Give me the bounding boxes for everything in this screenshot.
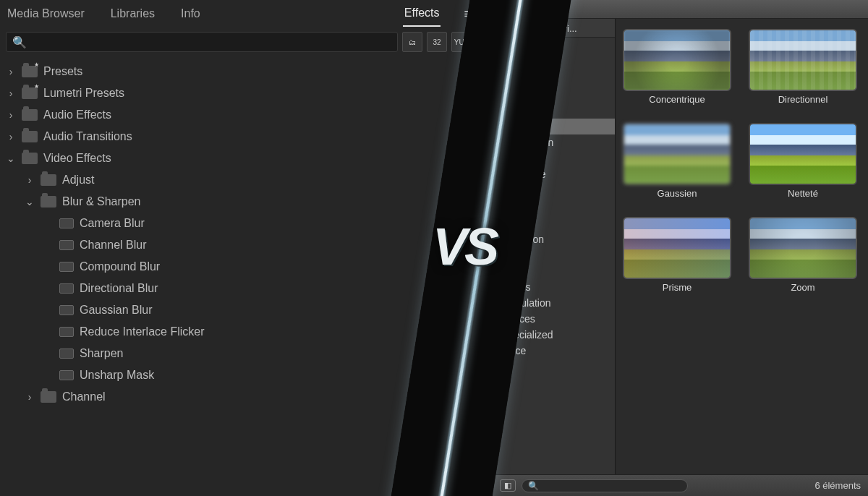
tree-item-channel-blur[interactable]: Channel Blur — [0, 234, 477, 256]
audio-category-distortion[interactable]: Distortion — [493, 231, 615, 247]
tree-item-directional-blur[interactable]: Directional Blur — [0, 278, 477, 299]
effect-thumb-concentrique[interactable]: Concentrique — [623, 29, 731, 113]
video-heading: VIDÉO — [493, 38, 615, 55]
thumb-label: Netteté — [788, 188, 818, 199]
tree-item-label: Presets — [43, 65, 82, 78]
chevron-right-icon[interactable]: › — [25, 174, 35, 186]
footer-count: 6 éléments — [814, 480, 861, 491]
audio-category-voice[interactable]: Voice — [493, 343, 615, 359]
new-bin-icon[interactable]: 🗂 — [402, 32, 422, 52]
audio-category-all[interactable]: All — [493, 215, 615, 231]
thumb-label: Zoom — [791, 282, 814, 293]
audio-category-modulation[interactable]: Modulation — [493, 295, 615, 311]
tab-effects[interactable]: Effects — [403, 1, 441, 27]
video-category-flou[interactable]: Flou — [493, 119, 615, 134]
tree-item-label: Sharpen — [80, 347, 124, 360]
audio-category-specialized[interactable]: Specialized — [493, 327, 615, 343]
tree-item-audio-transitions[interactable]: ›Audio Transitions — [0, 126, 477, 147]
chevron-right-icon[interactable]: › — [6, 109, 16, 121]
folder-icon — [41, 174, 56, 186]
premiere-effects-panel: Media BrowserLibrariesInfoEffects≡ 🔍 🗂32… — [0, 0, 477, 496]
panel-menu-icon[interactable]: ≡ — [464, 7, 472, 22]
chevron-right-icon[interactable]: › — [25, 391, 35, 403]
category-sidebar: Effets audio et vi... VIDÉO AllApparence… — [493, 19, 616, 474]
video-category-incrustation[interactable]: Incrustation — [493, 134, 615, 150]
32-icon[interactable]: 32 — [427, 32, 447, 52]
header-subtitle: Flou — [546, 4, 564, 14]
folder-icon — [41, 391, 56, 403]
folder-icon — [22, 109, 38, 121]
tree-item-label: Blur & Sharpen — [62, 195, 141, 208]
effect-thumb-directionnel[interactable]: Directionnel — [749, 29, 857, 113]
thumb-label: Concentrique — [649, 94, 705, 105]
close-icon[interactable]: ✕ — [498, 4, 509, 14]
tree-item-presets[interactable]: ›Presets — [0, 61, 477, 82]
panel-footer: ◧ 🔍 6 éléments — [493, 474, 868, 496]
thumb-preview — [623, 29, 731, 91]
chevron-right-icon[interactable]: › — [6, 66, 16, 77]
tree-item-adjust[interactable]: ›Adjust — [0, 169, 477, 191]
chevron-down-icon[interactable]: ⌄ — [25, 196, 35, 208]
tree-item-label: Reduce Interlace Flicker — [80, 325, 205, 338]
search-row: 🔍 🗂32YUV — [0, 27, 477, 59]
toggle-sidebar-icon[interactable]: ◧ — [500, 479, 516, 492]
tree-item-sharpen[interactable]: Sharpen — [0, 343, 477, 364]
video-category-distorsion[interactable]: Distorsion — [493, 103, 615, 119]
audio-heading: AUDIO — [493, 198, 615, 215]
effect-icon — [59, 218, 74, 228]
video-category-bases[interactable]: Bases — [493, 87, 615, 103]
tree-item-audio-effects[interactable]: ›Audio Effects — [0, 104, 477, 126]
chevron-down-icon[interactable]: ⌄ — [6, 153, 16, 164]
video-category-styliser[interactable]: Styliser — [493, 182, 615, 198]
chevron-right-icon[interactable]: › — [6, 87, 16, 99]
thumb-label: Prisme — [663, 282, 692, 293]
tree-item-label: Audio Transitions — [43, 130, 132, 143]
effect-icon — [59, 262, 74, 272]
video-category-apparences[interactable]: Apparences — [493, 71, 615, 87]
effect-icon — [59, 349, 74, 359]
thumb-preview — [749, 217, 857, 279]
effects-tree: ›Presets›Lumetri Presets›Audio Effects›A… — [0, 59, 477, 409]
header-title: Effets — [514, 4, 540, 14]
audio-category-eq[interactable]: EQ — [493, 263, 615, 279]
audio-category-spaces[interactable]: Spaces — [493, 311, 615, 327]
effect-thumb-prisme[interactable]: Prisme — [623, 217, 731, 301]
effect-icon — [59, 370, 74, 380]
footer-search-input[interactable]: 🔍 — [522, 479, 688, 492]
tree-item-label: Lumetri Presets — [43, 87, 124, 100]
folder-icon — [22, 87, 38, 99]
panel-header: ✕ Effets Flou — [493, 0, 868, 19]
thumb-preview — [749, 123, 857, 185]
tree-item-label: Video Effects — [43, 152, 111, 165]
tree-item-unsharp-mask[interactable]: Unsharp Mask — [0, 364, 477, 386]
effect-icon — [59, 283, 74, 294]
audio-category-echo[interactable]: Echo — [493, 247, 615, 263]
tab-libraries[interactable]: Libraries — [109, 1, 156, 26]
effect-icon — [59, 305, 74, 315]
tree-item-reduce-interlace-flicker[interactable]: Reduce Interlace Flicker — [0, 321, 477, 343]
thumb-label: Directionnel — [778, 94, 828, 105]
tree-item-lumetri-presets[interactable]: ›Lumetri Presets — [0, 82, 477, 104]
panel-tabs: Media BrowserLibrariesInfoEffects≡ — [0, 0, 477, 27]
audio-category-levels[interactable]: Levels — [493, 279, 615, 295]
video-category-all[interactable]: All — [493, 55, 615, 71]
tree-item-blur-sharpen[interactable]: ⌄Blur & Sharpen — [0, 191, 477, 213]
chevron-right-icon[interactable]: › — [6, 131, 16, 142]
effect-thumb-gaussien[interactable]: Gaussien — [623, 123, 731, 207]
YUV-icon[interactable]: YUV — [451, 32, 472, 52]
video-category-mosa-que[interactable]: Mosaïque — [493, 166, 615, 182]
tree-item-camera-blur[interactable]: Camera Blur — [0, 213, 477, 234]
tree-item-gaussian-blur[interactable]: Gaussian Blur — [0, 299, 477, 321]
search-input[interactable]: 🔍 — [6, 32, 398, 52]
effect-thumb-zoom[interactable]: Zoom — [749, 217, 857, 301]
thumb-label: Gaussien — [658, 188, 697, 199]
effect-thumb-netteté[interactable]: Netteté — [749, 123, 857, 207]
tree-item-video-effects[interactable]: ⌄Video Effects — [0, 147, 477, 169]
search-icon: 🔍 — [12, 35, 27, 49]
tree-item-label: Adjust — [62, 174, 94, 187]
tree-item-compound-blur[interactable]: Compound Blur — [0, 256, 477, 278]
video-category-lumi-re[interactable]: Lumière — [493, 150, 615, 166]
tab-media-browser[interactable]: Media Browser — [6, 1, 86, 26]
tree-item-channel[interactable]: ›Channel — [0, 386, 477, 408]
tab-info[interactable]: Info — [179, 1, 202, 26]
